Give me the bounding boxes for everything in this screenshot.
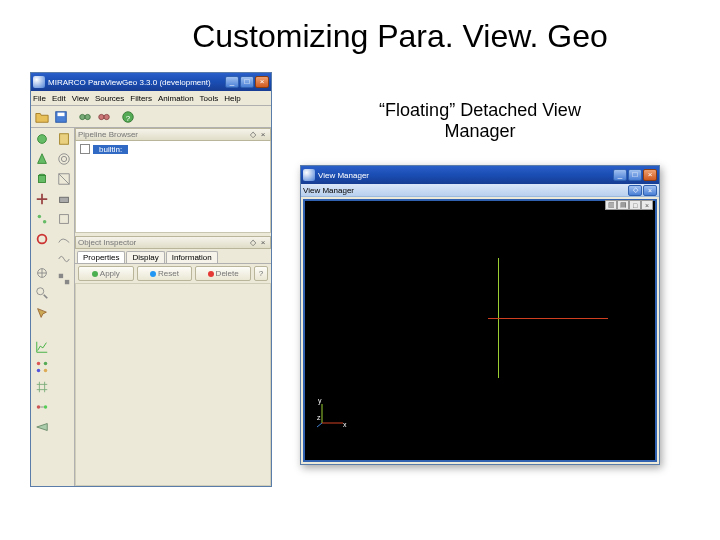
svg-text:y: y: [318, 397, 322, 405]
pipeline-item-label: builtin:: [93, 145, 128, 154]
view-manager-window: View Manager _ □ × View Manager ◇ × ▥ ▤ …: [300, 165, 660, 465]
svg-text:z: z: [317, 414, 321, 421]
svg-rect-28: [64, 280, 68, 284]
save-icon[interactable]: [52, 108, 70, 126]
menu-animation[interactable]: Animation: [158, 94, 194, 103]
slice-icon[interactable]: [33, 418, 51, 436]
connectivity-icon[interactable]: [33, 398, 51, 416]
warp-filter-icon[interactable]: [55, 250, 73, 268]
menu-tools[interactable]: Tools: [200, 94, 219, 103]
svg-point-12: [43, 220, 47, 224]
pick-icon[interactable]: [33, 304, 51, 322]
tab-properties[interactable]: Properties: [77, 251, 125, 263]
viewport-split-h-icon[interactable]: ▥: [605, 200, 617, 210]
svg-point-4: [99, 114, 104, 119]
svg-point-8: [38, 135, 47, 144]
dock-float-icon[interactable]: ◇: [248, 130, 258, 139]
svg-rect-10: [39, 176, 46, 183]
vm-dock-float-icon[interactable]: ◇: [628, 185, 642, 196]
side-toolbar-right: [53, 128, 75, 486]
svg-rect-25: [59, 197, 68, 202]
extract-filter-icon[interactable]: [55, 210, 73, 228]
help-icon[interactable]: ?: [119, 108, 137, 126]
svg-point-13: [38, 235, 47, 244]
maximize-button[interactable]: □: [240, 76, 254, 88]
tube-source-icon[interactable]: [33, 230, 51, 248]
pipeline-browser-body[interactable]: builtin:: [75, 141, 271, 233]
stream-filter-icon[interactable]: [55, 230, 73, 248]
calculator-filter-icon[interactable]: [55, 130, 73, 148]
dock-float-icon[interactable]: ◇: [248, 238, 258, 247]
viewport-max-icon[interactable]: □: [629, 200, 641, 210]
svg-point-18: [37, 369, 41, 373]
cone-source-icon[interactable]: [33, 150, 51, 168]
pipeline-browser-header[interactable]: Pipeline Browser ◇ ×: [75, 128, 271, 141]
svg-text:x: x: [343, 421, 347, 428]
viewport-split-v-icon[interactable]: ▤: [617, 200, 629, 210]
menu-file[interactable]: File: [33, 94, 46, 103]
svg-rect-1: [58, 112, 65, 116]
side-toolbar-left: [31, 128, 53, 486]
vm-close-button[interactable]: ×: [643, 169, 657, 181]
delete-button[interactable]: Delete: [195, 266, 251, 281]
menu-help[interactable]: Help: [224, 94, 240, 103]
vm-dock-close-icon[interactable]: ×: [643, 185, 657, 196]
apply-button[interactable]: Apply: [78, 266, 134, 281]
svg-point-11: [38, 215, 42, 219]
tab-display[interactable]: Display: [126, 251, 164, 263]
chart-icon[interactable]: [33, 338, 51, 356]
help-button[interactable]: ?: [254, 266, 268, 281]
glyph-filter-icon[interactable]: [33, 358, 51, 376]
render-viewport[interactable]: ▥ ▤ □ × y z x: [303, 199, 657, 462]
visibility-toggle-icon[interactable]: [80, 144, 90, 154]
dock-close-icon[interactable]: ×: [258, 238, 268, 247]
svg-rect-27: [58, 274, 62, 278]
reset-camera-icon[interactable]: [33, 264, 51, 282]
reset-label: Reset: [158, 269, 179, 278]
svg-text:?: ?: [126, 113, 131, 122]
menu-view[interactable]: View: [72, 94, 89, 103]
clip-filter-icon[interactable]: [55, 170, 73, 188]
app-titlebar[interactable]: MIRARCO ParaViewGeo 3.3.0 (development) …: [31, 73, 271, 91]
sphere-source-icon[interactable]: [33, 130, 51, 148]
pipeline-item-builtin[interactable]: builtin:: [80, 144, 266, 154]
tab-information[interactable]: Information: [166, 251, 218, 263]
vm-app-icon: [303, 169, 315, 181]
group-filter-icon[interactable]: [55, 270, 73, 288]
mesh-icon[interactable]: [33, 378, 51, 396]
orientation-axes-icon: y z x: [317, 398, 347, 430]
close-button[interactable]: ×: [255, 76, 269, 88]
viewport-close-icon[interactable]: ×: [641, 200, 653, 210]
cylinder-source-icon[interactable]: [33, 170, 51, 188]
vm-maximize-button[interactable]: □: [628, 169, 642, 181]
menu-sources[interactable]: Sources: [95, 94, 124, 103]
disconnect-icon[interactable]: [95, 108, 113, 126]
axes-source-icon[interactable]: [33, 190, 51, 208]
minimize-button[interactable]: _: [225, 76, 239, 88]
glyph-source-icon[interactable]: [33, 210, 51, 228]
open-icon[interactable]: [33, 108, 51, 126]
menu-edit[interactable]: Edit: [52, 94, 66, 103]
svg-point-20: [37, 405, 41, 409]
slide-caption: “Floating” Detached View Manager: [350, 100, 610, 142]
svg-point-16: [37, 362, 41, 366]
connect-icon[interactable]: [76, 108, 94, 126]
vm-titlebar[interactable]: View Manager _ □ ×: [301, 166, 659, 184]
app-title: MIRARCO ParaViewGeo 3.3.0 (development): [48, 78, 225, 87]
svg-point-19: [44, 369, 48, 373]
reset-button[interactable]: Reset: [137, 266, 193, 281]
menu-filters[interactable]: Filters: [130, 94, 152, 103]
zoom-icon[interactable]: [33, 284, 51, 302]
contour-filter-icon[interactable]: [55, 150, 73, 168]
threshold-filter-icon[interactable]: [55, 190, 73, 208]
dock-close-icon[interactable]: ×: [258, 130, 268, 139]
vm-minimize-button[interactable]: _: [613, 169, 627, 181]
object-inspector-header[interactable]: Object Inspector ◇ ×: [75, 236, 271, 249]
svg-rect-22: [59, 134, 68, 145]
svg-point-3: [85, 114, 90, 119]
vm-dock-header[interactable]: View Manager ◇ ×: [301, 184, 659, 197]
paraview-main-window: MIRARCO ParaViewGeo 3.3.0 (development) …: [30, 72, 272, 487]
main-toolbar: ?: [31, 106, 271, 128]
svg-point-24: [61, 156, 66, 161]
vm-title: View Manager: [318, 171, 613, 180]
